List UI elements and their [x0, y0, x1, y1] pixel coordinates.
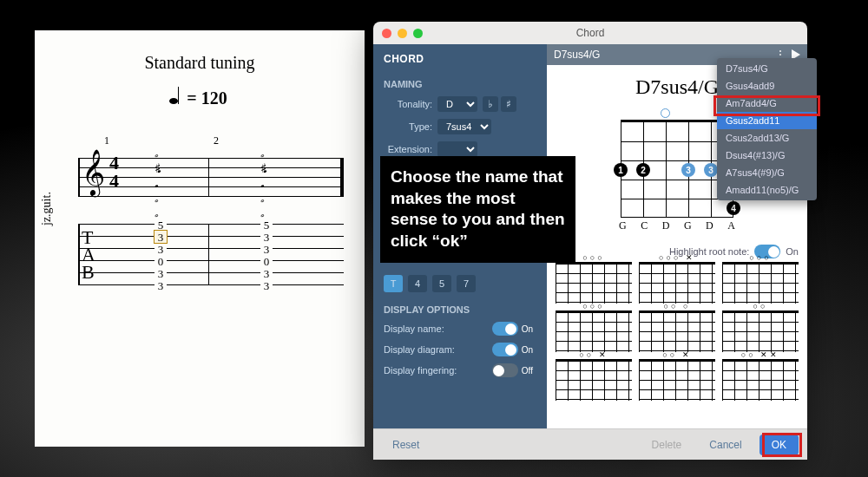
- staff-area: 1 2 𝄞 4 4 𝅗♯𝅘𝅘𝅗𝅗 𝅗♯𝅘𝅘𝅗𝅗 T A B 5 3 3 0: [56, 134, 344, 284]
- dropdown-item[interactable]: Am7add4/G: [717, 95, 817, 112]
- fret-btn[interactable]: 5: [432, 275, 451, 292]
- panel-header: CHORD: [384, 53, 536, 65]
- time-signature: 4 4: [109, 154, 119, 191]
- tab-fret[interactable]: 0: [155, 255, 167, 267]
- display-fingering-toggle[interactable]: [492, 363, 518, 377]
- tab-fret[interactable]: 3: [155, 243, 167, 255]
- finger-dot[interactable]: 3: [704, 163, 718, 177]
- tab-fret[interactable]: 3: [260, 231, 273, 243]
- tab-fret[interactable]: 3: [155, 231, 167, 243]
- fret-btn[interactable]: 7: [457, 275, 476, 292]
- toggle-state: On: [522, 324, 533, 334]
- tuning-title: Standard tuning: [56, 53, 344, 73]
- finger-dot[interactable]: 1: [614, 163, 628, 177]
- alternative-diagram[interactable]: [556, 359, 632, 401]
- naming-header: NAMING: [384, 79, 536, 89]
- dropdown-item[interactable]: Amadd11(no5)/G: [717, 181, 817, 199]
- fret-buttons: T 4 5 7: [384, 275, 536, 292]
- measure-numbers: 1 2: [78, 134, 344, 147]
- display-diagram-toggle[interactable]: [492, 343, 518, 356]
- fret-btn[interactable]: 4: [408, 275, 427, 292]
- alternative-diagram[interactable]: [722, 310, 799, 352]
- display-name-toggle[interactable]: [492, 322, 518, 336]
- delete-button[interactable]: Delete: [641, 435, 693, 454]
- time-sig-bottom: 4: [109, 173, 119, 191]
- tab-fret[interactable]: 5: [155, 219, 167, 231]
- dropdown-item[interactable]: D7sus4/G: [717, 60, 817, 77]
- tempo-marking: = 120: [56, 88, 344, 108]
- sharp-button[interactable]: ♯: [501, 96, 516, 112]
- finger-dot[interactable]: 4: [727, 201, 740, 215]
- type-label: Type:: [384, 121, 432, 132]
- measure-num: 1: [104, 134, 109, 147]
- tonality-label: Tonality:: [384, 99, 432, 109]
- dropdown-item[interactable]: A7sus4(#9)/G: [717, 164, 817, 181]
- tab-fret[interactable]: 3: [155, 279, 167, 291]
- titlebar[interactable]: Chord: [373, 22, 807, 44]
- type-select[interactable]: 7sus4: [437, 119, 491, 134]
- chord-name-dropdown[interactable]: D7sus4/GGsus4add9Am7add4/GGsus2add11Csus…: [717, 58, 817, 200]
- alternative-diagram[interactable]: [639, 310, 715, 352]
- tab-fret[interactable]: 0: [260, 255, 273, 267]
- window-controls: [382, 29, 423, 38]
- fret-btn[interactable]: T: [384, 275, 403, 292]
- alternative-diagram[interactable]: [722, 262, 799, 304]
- string-name: G: [684, 219, 692, 232]
- tab-fret[interactable]: 3: [155, 267, 167, 279]
- tab-column-1[interactable]: 5 3 3 0 3 3: [155, 219, 167, 291]
- finger-dot[interactable]: 3: [681, 163, 695, 177]
- maximize-icon[interactable]: [413, 29, 423, 38]
- instrument-label: jz.guit.: [40, 192, 54, 225]
- display-diagram-label: Display diagram:: [384, 344, 455, 355]
- toggle-state: On: [522, 345, 533, 355]
- display-fingering-label: Display fingering:: [384, 365, 457, 376]
- extension-select[interactable]: [437, 141, 477, 157]
- string-name: D: [706, 219, 713, 232]
- tab-clef: T A B: [82, 229, 95, 280]
- string-name: A: [727, 219, 735, 232]
- alternative-diagram[interactable]: [639, 262, 715, 304]
- dropdown-item[interactable]: Dsus4(#13)/G: [717, 147, 817, 164]
- minimize-icon[interactable]: [398, 29, 407, 38]
- cancel-button[interactable]: Cancel: [699, 435, 752, 454]
- alternatives-grid: [547, 258, 807, 409]
- display-options-header: DISPLAY OPTIONS: [384, 304, 536, 315]
- dropdown-item[interactable]: Gsus2add11: [717, 112, 817, 129]
- tab-staff: T A B 5 3 3 0 3 3 5 3 3 0 3 3: [78, 224, 344, 284]
- finger-dot[interactable]: 2: [636, 163, 650, 177]
- display-name-label: Display name:: [384, 323, 444, 334]
- treble-clef-icon: 𝄞: [82, 153, 105, 193]
- ok-button[interactable]: OK: [760, 435, 799, 455]
- tab-fret[interactable]: 3: [260, 243, 273, 255]
- string-name: C: [641, 219, 648, 232]
- string-names: G C D G D A: [615, 218, 739, 234]
- score-sheet: Standard tuning = 120 jz.guit. 1 2 𝄞 4 4…: [35, 30, 365, 447]
- dialog-footer: Reset Delete Cancel OK: [373, 428, 807, 460]
- tab-column-2[interactable]: 5 3 3 0 3 3: [260, 219, 273, 291]
- reset-button[interactable]: Reset: [382, 435, 430, 454]
- tab-fret[interactable]: 3: [260, 279, 273, 291]
- alternative-diagram[interactable]: [722, 359, 799, 401]
- window-title: Chord: [576, 27, 605, 39]
- string-name: D: [662, 219, 670, 232]
- extension-label: Extension:: [384, 144, 432, 154]
- alternative-diagram[interactable]: [556, 310, 632, 352]
- tab-fret[interactable]: 5: [260, 219, 273, 231]
- open-string-icon: [661, 108, 670, 118]
- tonality-select[interactable]: D: [437, 96, 477, 112]
- close-icon[interactable]: [382, 29, 391, 38]
- flat-button[interactable]: ♭: [483, 96, 498, 112]
- tempo-value: = 120: [187, 88, 227, 108]
- instruction-callout: Choose the name that makes the most sens…: [380, 156, 575, 263]
- measure-num: 2: [214, 134, 219, 147]
- dropdown-item[interactable]: Csus2add13/G: [717, 129, 817, 147]
- dropdown-item[interactable]: Gsus4add9: [717, 77, 817, 95]
- treble-staff: 𝄞 4 4 𝅗♯𝅘𝅘𝅗𝅗 𝅗♯𝅘𝅘𝅗𝅗: [78, 151, 344, 201]
- toggle-state: Off: [522, 366, 533, 376]
- diagram-title: D7sus4/G: [635, 75, 719, 99]
- alternative-diagram[interactable]: [556, 262, 632, 304]
- tab-fret[interactable]: 3: [260, 267, 273, 279]
- quarter-note-icon: [172, 88, 179, 104]
- string-name: G: [619, 219, 627, 232]
- alternative-diagram[interactable]: [639, 359, 715, 401]
